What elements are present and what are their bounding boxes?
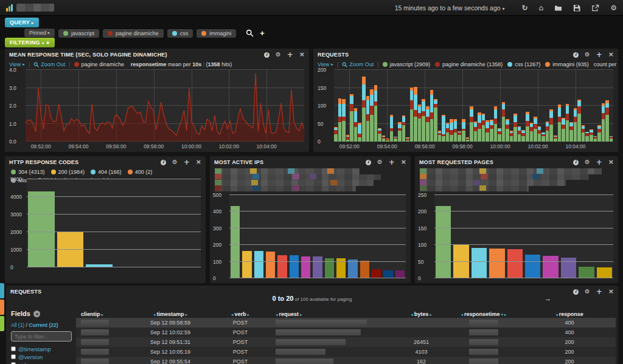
stacked-bar[interactable] bbox=[462, 70, 465, 142]
row-collapse-tab[interactable] bbox=[0, 283, 4, 298]
stacked-bar[interactable] bbox=[566, 70, 569, 142]
stacked-bar[interactable] bbox=[362, 70, 366, 142]
stacked-bar[interactable] bbox=[478, 70, 481, 142]
stacked-bar[interactable] bbox=[585, 70, 589, 142]
legend-item[interactable]: 304 (4313) bbox=[11, 169, 45, 175]
table-row[interactable]: Sep 12 09:51:31POST26451200 bbox=[76, 337, 616, 347]
refresh-icon[interactable] bbox=[522, 4, 528, 12]
zoom-out-button[interactable]: Zoom Out bbox=[33, 61, 65, 67]
collapse-fields-icon[interactable] bbox=[33, 311, 40, 317]
field-item[interactable]: @version bbox=[11, 353, 74, 360]
stacked-bar[interactable] bbox=[434, 70, 437, 142]
close-panel-icon[interactable] bbox=[196, 159, 201, 165]
folder-open-icon[interactable] bbox=[554, 4, 562, 12]
bar[interactable] bbox=[360, 261, 369, 278]
bar[interactable] bbox=[543, 256, 558, 278]
stacked-bar[interactable] bbox=[526, 70, 529, 142]
bar[interactable] bbox=[436, 206, 451, 278]
column-header-request[interactable]: ◂ request ▸ bbox=[271, 311, 399, 317]
legend-item[interactable]: pagine dinamiche (1358) bbox=[435, 61, 503, 67]
stacked-bar[interactable] bbox=[422, 70, 425, 142]
stacked-bar[interactable] bbox=[534, 70, 537, 142]
bar[interactable] bbox=[277, 255, 287, 278]
column-header-timestamp[interactable]: ◂ timestamp ▸ bbox=[131, 311, 210, 317]
move-panel-icon[interactable] bbox=[596, 159, 602, 166]
configure-icon[interactable] bbox=[172, 159, 178, 165]
bar[interactable] bbox=[290, 255, 299, 278]
stacked-bar[interactable] bbox=[430, 70, 434, 142]
move-panel-icon[interactable] bbox=[389, 159, 395, 166]
stacked-bar[interactable] bbox=[378, 70, 381, 142]
move-panel-icon[interactable] bbox=[287, 52, 293, 58]
stacked-bar[interactable] bbox=[454, 70, 458, 142]
bar[interactable] bbox=[472, 248, 487, 278]
most-active-ips-chart[interactable]: 0100200300400500 bbox=[214, 194, 407, 280]
bar[interactable] bbox=[507, 249, 523, 278]
stacked-bar[interactable] bbox=[470, 70, 473, 142]
info-icon[interactable] bbox=[161, 160, 166, 165]
stacked-bar[interactable] bbox=[510, 70, 513, 142]
field-item[interactable]: _id bbox=[11, 361, 74, 364]
bar[interactable] bbox=[254, 251, 263, 278]
stacked-bar[interactable] bbox=[366, 70, 370, 142]
field-checkbox[interactable] bbox=[11, 354, 16, 359]
stacked-bar[interactable] bbox=[597, 70, 601, 142]
stacked-bar[interactable] bbox=[490, 70, 493, 142]
bar[interactable] bbox=[57, 232, 84, 267]
column-header-response[interactable]: ◂ response bbox=[523, 311, 616, 317]
requests-histogram-chart[interactable]: 05010015020009:52:0009:54:0009:56:0009:5… bbox=[317, 69, 614, 150]
stacked-bar[interactable] bbox=[513, 70, 517, 142]
close-panel-icon[interactable] bbox=[608, 52, 614, 58]
pinned-queries-button[interactable]: Pinned ▸ bbox=[24, 29, 55, 37]
http-response-codes-chart[interactable]: 010002000300040005000 bbox=[9, 178, 202, 269]
stacked-bar[interactable] bbox=[590, 70, 593, 142]
info-icon[interactable] bbox=[573, 160, 579, 165]
stacked-bar[interactable] bbox=[486, 70, 489, 142]
stacked-bar[interactable] bbox=[390, 70, 394, 142]
stacked-bar[interactable] bbox=[562, 70, 565, 142]
legend-item[interactable]: immagini (935) bbox=[545, 61, 589, 67]
stacked-bar[interactable] bbox=[402, 70, 406, 142]
stacked-bar[interactable] bbox=[549, 70, 553, 142]
stacked-bar[interactable] bbox=[577, 70, 581, 142]
query-pill[interactable]: css bbox=[167, 29, 193, 38]
stacked-bar[interactable] bbox=[414, 70, 417, 142]
configure-icon[interactable] bbox=[585, 289, 590, 295]
legend-item[interactable]: pagine dinamiche bbox=[74, 61, 126, 67]
filtering-toggle-button[interactable]: FILTERING ◂ bbox=[5, 38, 55, 47]
configure-icon[interactable] bbox=[377, 159, 383, 165]
stacked-bar[interactable] bbox=[426, 70, 430, 142]
stacked-bar[interactable] bbox=[602, 70, 605, 142]
stacked-bar[interactable] bbox=[398, 70, 402, 142]
table-row[interactable]: Sep 12 10:02:59POST400 bbox=[76, 328, 616, 337]
stacked-bar[interactable] bbox=[334, 70, 338, 142]
stacked-bar[interactable] bbox=[446, 70, 450, 142]
next-page-arrow-icon[interactable] bbox=[545, 295, 551, 302]
add-query-icon[interactable] bbox=[260, 27, 265, 38]
bar[interactable] bbox=[372, 269, 381, 278]
stacked-bar[interactable] bbox=[610, 70, 613, 142]
stacked-bar[interactable] bbox=[342, 70, 346, 142]
bar[interactable] bbox=[525, 255, 540, 278]
bar[interactable] bbox=[597, 267, 612, 278]
stacked-bar[interactable] bbox=[569, 70, 573, 142]
stacked-bar[interactable] bbox=[582, 70, 585, 142]
time-picker[interactable]: 15 minutes ago to a few seconds ago ▾ bbox=[395, 4, 505, 12]
stacked-bar[interactable] bbox=[474, 70, 478, 142]
stacked-bar[interactable] bbox=[406, 70, 409, 142]
column-header-verb[interactable]: ◂ verb ▸ bbox=[210, 311, 271, 317]
stacked-bar[interactable] bbox=[605, 70, 609, 142]
stacked-bar[interactable] bbox=[450, 70, 453, 142]
bar[interactable] bbox=[301, 256, 310, 278]
stacked-bar[interactable] bbox=[458, 70, 461, 142]
legend-item[interactable]: 400 (2) bbox=[128, 169, 153, 175]
stacked-bar[interactable] bbox=[386, 70, 389, 142]
move-panel-icon[interactable] bbox=[596, 52, 602, 58]
gear-icon[interactable] bbox=[610, 4, 617, 12]
table-row[interactable]: Sep 12 09:58:59POST400 bbox=[76, 318, 616, 328]
legend-item[interactable]: css (1267) bbox=[507, 61, 540, 67]
close-panel-icon[interactable] bbox=[608, 289, 614, 295]
stacked-bar[interactable] bbox=[370, 70, 374, 142]
stacked-bar[interactable] bbox=[418, 70, 422, 142]
stacked-bar[interactable] bbox=[358, 70, 361, 142]
